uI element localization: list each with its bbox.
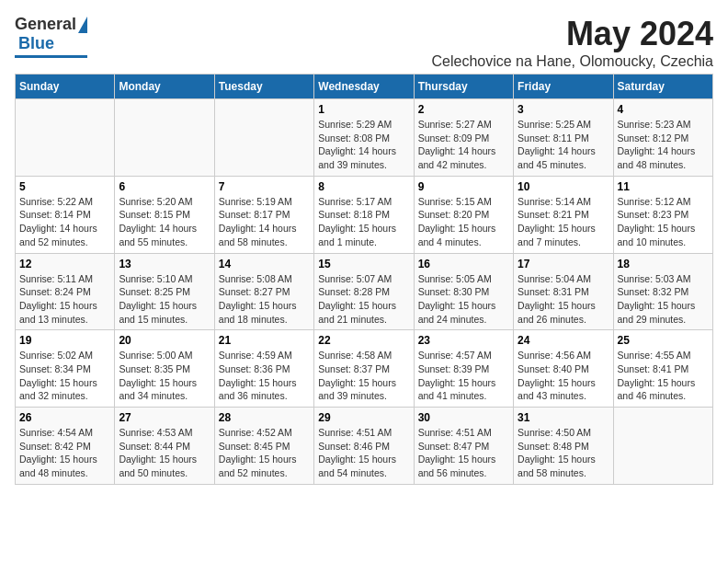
day-number: 19	[19, 334, 110, 347]
day-number: 7	[219, 180, 310, 193]
day-number: 1	[318, 103, 409, 116]
month-title: May 2024	[431, 15, 713, 53]
day-cell-3-0: 19Sunrise: 5:02 AMSunset: 8:34 PMDayligh…	[16, 330, 115, 408]
location-subtitle: Celechovice na Hane, Olomoucky, Czechia	[431, 53, 713, 70]
day-number: 21	[219, 334, 310, 347]
day-number: 29	[318, 411, 409, 424]
day-info: Sunrise: 5:25 AMSunset: 8:11 PMDaylight:…	[518, 118, 609, 172]
day-cell-1-3: 8Sunrise: 5:17 AMSunset: 8:18 PMDaylight…	[314, 176, 414, 253]
day-number: 14	[219, 258, 310, 270]
day-info: Sunrise: 5:19 AMSunset: 8:17 PMDaylight:…	[219, 195, 310, 249]
logo-accent-icon	[78, 17, 87, 33]
day-number: 13	[119, 258, 210, 270]
week-row-5: 26Sunrise: 4:54 AMSunset: 8:42 PMDayligh…	[16, 408, 713, 485]
day-cell-0-2	[214, 99, 313, 177]
day-cell-3-3: 22Sunrise: 4:58 AMSunset: 8:37 PMDayligh…	[314, 330, 414, 408]
day-info: Sunrise: 4:51 AMSunset: 8:47 PMDaylight:…	[418, 426, 509, 480]
day-info: Sunrise: 5:17 AMSunset: 8:18 PMDaylight:…	[318, 195, 409, 249]
header-sunday: Sunday	[16, 75, 115, 99]
day-info: Sunrise: 5:12 AMSunset: 8:23 PMDaylight:…	[618, 195, 709, 249]
day-number: 8	[318, 180, 409, 193]
day-number: 24	[518, 334, 609, 347]
day-cell-3-2: 21Sunrise: 4:59 AMSunset: 8:36 PMDayligh…	[214, 330, 313, 408]
day-cell-3-6: 25Sunrise: 4:55 AMSunset: 8:41 PMDayligh…	[613, 330, 712, 408]
day-info: Sunrise: 4:56 AMSunset: 8:40 PMDaylight:…	[518, 349, 609, 403]
day-info: Sunrise: 5:11 AMSunset: 8:24 PMDaylight:…	[19, 272, 110, 327]
day-cell-2-3: 15Sunrise: 5:07 AMSunset: 8:28 PMDayligh…	[314, 253, 414, 330]
header-wednesday: Wednesday	[314, 75, 414, 99]
header-thursday: Thursday	[414, 75, 513, 99]
day-cell-2-5: 17Sunrise: 5:04 AMSunset: 8:31 PMDayligh…	[514, 253, 613, 330]
calendar-table: SundayMondayTuesdayWednesdayThursdayFrid…	[15, 74, 713, 485]
day-cell-4-4: 30Sunrise: 4:51 AMSunset: 8:47 PMDayligh…	[414, 408, 513, 485]
day-cell-2-1: 13Sunrise: 5:10 AMSunset: 8:25 PMDayligh…	[115, 253, 214, 330]
day-number: 20	[119, 334, 210, 347]
day-cell-2-4: 16Sunrise: 5:05 AMSunset: 8:30 PMDayligh…	[414, 253, 513, 330]
day-cell-1-0: 5Sunrise: 5:22 AMSunset: 8:14 PMDaylight…	[16, 176, 115, 253]
day-cell-4-2: 28Sunrise: 4:52 AMSunset: 8:45 PMDayligh…	[214, 408, 313, 485]
day-info: Sunrise: 4:53 AMSunset: 8:44 PMDaylight:…	[119, 426, 210, 480]
calendar-header-row: SundayMondayTuesdayWednesdayThursdayFrid…	[16, 75, 713, 99]
day-number: 31	[518, 411, 609, 424]
day-number: 10	[518, 180, 609, 193]
day-info: Sunrise: 5:07 AMSunset: 8:28 PMDaylight:…	[318, 272, 409, 327]
day-info: Sunrise: 5:29 AMSunset: 8:08 PMDaylight:…	[318, 118, 409, 172]
day-cell-2-6: 18Sunrise: 5:03 AMSunset: 8:32 PMDayligh…	[613, 253, 712, 330]
day-number: 2	[418, 103, 509, 116]
day-cell-0-0	[16, 99, 115, 177]
day-cell-3-1: 20Sunrise: 5:00 AMSunset: 8:35 PMDayligh…	[115, 330, 214, 408]
week-row-2: 5Sunrise: 5:22 AMSunset: 8:14 PMDaylight…	[16, 176, 713, 253]
day-cell-0-5: 3Sunrise: 5:25 AMSunset: 8:11 PMDaylight…	[514, 99, 613, 177]
day-cell-4-3: 29Sunrise: 4:51 AMSunset: 8:46 PMDayligh…	[314, 408, 414, 485]
day-number: 9	[418, 180, 509, 193]
page-header: General Blue May 2024 Celechovice na Han…	[15, 15, 713, 70]
day-number: 5	[19, 180, 110, 193]
day-cell-3-5: 24Sunrise: 4:56 AMSunset: 8:40 PMDayligh…	[514, 330, 613, 408]
day-number: 26	[19, 411, 110, 424]
day-info: Sunrise: 5:27 AMSunset: 8:09 PMDaylight:…	[418, 118, 509, 172]
day-info: Sunrise: 5:20 AMSunset: 8:15 PMDaylight:…	[119, 195, 210, 249]
day-info: Sunrise: 5:08 AMSunset: 8:27 PMDaylight:…	[219, 272, 310, 327]
day-info: Sunrise: 4:58 AMSunset: 8:37 PMDaylight:…	[318, 349, 409, 403]
logo-blue-text: Blue	[18, 34, 54, 53]
day-number: 4	[618, 103, 709, 116]
day-info: Sunrise: 5:14 AMSunset: 8:21 PMDaylight:…	[518, 195, 609, 249]
day-cell-0-3: 1Sunrise: 5:29 AMSunset: 8:08 PMDaylight…	[314, 99, 414, 177]
day-info: Sunrise: 5:05 AMSunset: 8:30 PMDaylight:…	[418, 272, 509, 327]
day-cell-0-6: 4Sunrise: 5:23 AMSunset: 8:12 PMDaylight…	[613, 99, 712, 177]
day-number: 22	[318, 334, 409, 347]
day-number: 25	[618, 334, 709, 347]
day-info: Sunrise: 4:57 AMSunset: 8:39 PMDaylight:…	[418, 349, 509, 403]
day-number: 27	[119, 411, 210, 424]
day-cell-2-0: 12Sunrise: 5:11 AMSunset: 8:24 PMDayligh…	[16, 253, 115, 330]
header-friday: Friday	[514, 75, 613, 99]
day-number: 12	[19, 258, 110, 270]
day-number: 3	[518, 103, 609, 116]
day-info: Sunrise: 4:59 AMSunset: 8:36 PMDaylight:…	[219, 349, 310, 403]
header-monday: Monday	[115, 75, 214, 99]
day-info: Sunrise: 5:02 AMSunset: 8:34 PMDaylight:…	[19, 349, 110, 403]
day-number: 30	[418, 411, 509, 424]
day-number: 23	[418, 334, 509, 347]
day-cell-4-0: 26Sunrise: 4:54 AMSunset: 8:42 PMDayligh…	[16, 408, 115, 485]
logo-underline	[15, 55, 87, 58]
title-section: May 2024 Celechovice na Hane, Olomoucky,…	[431, 15, 713, 70]
day-number: 16	[418, 258, 509, 270]
day-info: Sunrise: 5:23 AMSunset: 8:12 PMDaylight:…	[618, 118, 709, 172]
day-info: Sunrise: 4:52 AMSunset: 8:45 PMDaylight:…	[219, 426, 310, 480]
day-info: Sunrise: 5:15 AMSunset: 8:20 PMDaylight:…	[418, 195, 509, 249]
day-cell-1-2: 7Sunrise: 5:19 AMSunset: 8:17 PMDaylight…	[214, 176, 313, 253]
day-number: 15	[318, 258, 409, 270]
day-number: 28	[219, 411, 310, 424]
day-cell-1-6: 11Sunrise: 5:12 AMSunset: 8:23 PMDayligh…	[613, 176, 712, 253]
header-saturday: Saturday	[613, 75, 712, 99]
day-info: Sunrise: 5:03 AMSunset: 8:32 PMDaylight:…	[618, 272, 709, 327]
day-number: 11	[618, 180, 709, 193]
day-info: Sunrise: 4:50 AMSunset: 8:48 PMDaylight:…	[518, 426, 609, 480]
week-row-1: 1Sunrise: 5:29 AMSunset: 8:08 PMDaylight…	[16, 99, 713, 177]
day-cell-4-6	[613, 408, 712, 485]
day-info: Sunrise: 5:10 AMSunset: 8:25 PMDaylight:…	[119, 272, 210, 327]
day-info: Sunrise: 5:22 AMSunset: 8:14 PMDaylight:…	[19, 195, 110, 249]
week-row-3: 12Sunrise: 5:11 AMSunset: 8:24 PMDayligh…	[16, 253, 713, 330]
week-row-4: 19Sunrise: 5:02 AMSunset: 8:34 PMDayligh…	[16, 330, 713, 408]
